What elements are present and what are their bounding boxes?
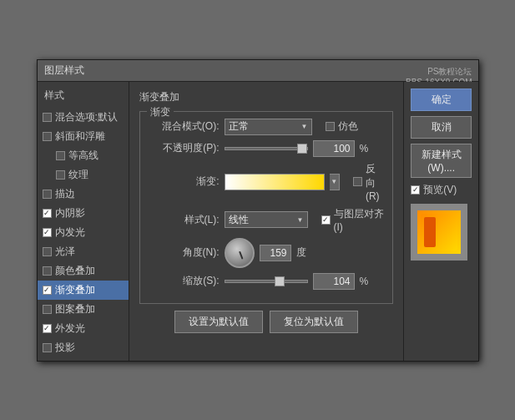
sidebar-title: 样式 bbox=[38, 85, 129, 108]
preview-icon bbox=[417, 210, 461, 254]
sidebar-label-pattern-overlay: 图案叠加 bbox=[55, 302, 95, 316]
blend-mode-row: 混合模式(O): 正常 ▼ 仿色 bbox=[149, 119, 385, 135]
checkbox-drop-shadow[interactable] bbox=[43, 343, 52, 352]
reset-default-button[interactable]: 复位为默认值 bbox=[270, 311, 358, 333]
sidebar-item-pattern-overlay[interactable]: 图案叠加 bbox=[38, 300, 129, 319]
gradient-dropdown-btn[interactable]: ▼ bbox=[330, 174, 340, 190]
style-label: 样式(L): bbox=[149, 213, 220, 227]
checkbox-align[interactable] bbox=[321, 215, 331, 225]
sidebar-label-outer-glow: 外发光 bbox=[55, 321, 85, 336]
checkbox-simulate[interactable] bbox=[326, 122, 335, 131]
checkbox-preview[interactable] bbox=[411, 185, 420, 195]
opacity-input[interactable]: 100 bbox=[313, 140, 355, 157]
angle-dial[interactable] bbox=[225, 238, 255, 268]
checkbox-gradient-overlay[interactable] bbox=[43, 286, 52, 295]
preview-label: 预览(V) bbox=[423, 183, 457, 197]
sidebar-label-contour: 等高线 bbox=[68, 149, 98, 163]
dialog-body: 样式 混合选项:默认 斜面和浮雕 等高线 bbox=[38, 82, 478, 361]
cancel-button[interactable]: 取消 bbox=[411, 116, 472, 139]
checkbox-inner-shadow[interactable] bbox=[43, 209, 52, 218]
sidebar-label-drop-shadow: 投影 bbox=[55, 341, 75, 355]
group-label: 渐变 bbox=[147, 105, 174, 119]
sidebar-item-gradient-overlay[interactable]: 渐变叠加 bbox=[38, 281, 129, 300]
gradient-picker[interactable] bbox=[225, 174, 325, 190]
preview-svg bbox=[419, 212, 459, 252]
angle-row: 角度(N): 度 bbox=[149, 238, 385, 268]
opacity-label: 不透明度(P): bbox=[149, 141, 220, 155]
opacity-slider-container bbox=[225, 147, 308, 150]
angle-label: 角度(N): bbox=[149, 245, 220, 260]
sidebar-item-inner-shadow[interactable]: 内阴影 bbox=[38, 204, 129, 223]
simulate-label: 仿色 bbox=[338, 119, 358, 134]
angle-input[interactable] bbox=[260, 245, 291, 261]
sidebar-label-satin: 光泽 bbox=[55, 245, 75, 259]
sidebar-item-texture[interactable]: 纹理 bbox=[38, 165, 129, 185]
blend-mode-value: 正常 bbox=[229, 119, 249, 134]
style-value: 线性 bbox=[229, 213, 249, 227]
sidebar-label-inner-shadow: 内阴影 bbox=[55, 206, 85, 220]
checkbox-bevel[interactable] bbox=[43, 132, 52, 141]
style-arrow: ▼ bbox=[297, 216, 304, 224]
sidebar-item-color-overlay[interactable]: 颜色叠加 bbox=[38, 261, 129, 281]
checkbox-inner-glow[interactable] bbox=[43, 228, 52, 237]
checkbox-pattern-overlay[interactable] bbox=[43, 305, 52, 314]
sidebar-item-outer-glow[interactable]: 外发光 bbox=[38, 319, 129, 338]
sidebar-item-stroke[interactable]: 描边 bbox=[38, 185, 129, 204]
reverse-label: 反向(R) bbox=[366, 162, 384, 202]
checkbox-contour[interactable] bbox=[56, 151, 65, 160]
section-title: 渐变叠加 bbox=[139, 90, 394, 104]
checkbox-stroke[interactable] bbox=[43, 190, 52, 199]
opacity-slider[interactable] bbox=[225, 147, 308, 150]
checkbox-texture[interactable] bbox=[56, 170, 65, 180]
preview-checkbox[interactable]: 预览(V) bbox=[411, 183, 472, 197]
scale-label: 缩放(S): bbox=[149, 274, 220, 288]
style-row: 样式(L): 线性 ▼ 与图层对齐(I) bbox=[149, 207, 385, 233]
scale-slider[interactable] bbox=[225, 280, 308, 283]
right-panel: 确定 取消 新建样式(W).... 预览(V) bbox=[403, 82, 478, 361]
ok-button[interactable]: 确定 bbox=[411, 89, 472, 111]
bottom-buttons: 设置为默认值 复位为默认值 bbox=[139, 311, 394, 333]
opacity-row: 不透明度(P): 100 % bbox=[149, 140, 385, 157]
sidebar-item-inner-glow[interactable]: 内发光 bbox=[38, 223, 129, 242]
sidebar-item-blending[interactable]: 混合选项:默认 bbox=[38, 108, 129, 127]
style-select[interactable]: 线性 ▼ bbox=[225, 211, 308, 228]
scale-unit: % bbox=[360, 276, 369, 287]
blend-mode-arrow: ▼ bbox=[301, 123, 308, 130]
checkbox-outer-glow[interactable] bbox=[43, 324, 52, 333]
sidebar-label-bevel: 斜面和浮雕 bbox=[55, 129, 105, 144]
sidebar-item-satin[interactable]: 光泽 bbox=[38, 242, 129, 261]
sidebar-item-drop-shadow[interactable]: 投影 bbox=[38, 338, 129, 357]
gradient-group: 渐变 混合模式(O): 正常 ▼ 仿色 bbox=[139, 111, 394, 304]
dial-indicator bbox=[239, 250, 243, 259]
set-default-button[interactable]: 设置为默认值 bbox=[174, 311, 263, 333]
svg-rect-1 bbox=[424, 217, 436, 247]
sidebar-label-inner-glow: 内发光 bbox=[55, 225, 85, 240]
sidebar-item-bevel[interactable]: 斜面和浮雕 bbox=[38, 127, 129, 146]
sidebar-label-stroke: 描边 bbox=[55, 187, 75, 201]
layer-style-dialog: 图层样式 样式 混合选项:默认 斜面和浮雕 等高线 bbox=[37, 59, 479, 362]
preview-box bbox=[411, 204, 467, 261]
gradient-label: 渐变: bbox=[149, 175, 220, 189]
checkbox-color-overlay[interactable] bbox=[43, 266, 52, 276]
angle-unit: 度 bbox=[296, 245, 306, 260]
checkbox-satin[interactable] bbox=[43, 247, 52, 256]
scale-slider-container bbox=[225, 280, 308, 283]
gradient-row: 渐变: ▼ 反向(R) bbox=[149, 162, 385, 202]
scale-row: 缩放(S): % bbox=[149, 273, 385, 290]
sidebar-label-gradient-overlay: 渐变叠加 bbox=[55, 283, 95, 297]
sidebar-item-contour[interactable]: 等高线 bbox=[38, 146, 129, 165]
checkbox-blending[interactable] bbox=[43, 113, 52, 122]
checkbox-reverse[interactable] bbox=[353, 177, 362, 186]
sidebar-label-texture: 纹理 bbox=[68, 168, 88, 182]
main-content: 渐变叠加 渐变 混合模式(O): 正常 ▼ 仿色 bbox=[129, 82, 404, 361]
blend-mode-label: 混合模式(O): bbox=[149, 119, 220, 134]
sidebar-label-blending: 混合选项:默认 bbox=[55, 110, 118, 124]
new-style-button[interactable]: 新建样式(W).... bbox=[411, 144, 472, 178]
sidebar: 样式 混合选项:默认 斜面和浮雕 等高线 bbox=[38, 82, 129, 361]
scale-input[interactable] bbox=[313, 273, 355, 290]
sidebar-label-color-overlay: 颜色叠加 bbox=[55, 264, 95, 278]
dialog-title: 图层样式 bbox=[44, 63, 84, 78]
align-label: 与图层对齐(I) bbox=[334, 207, 385, 233]
opacity-unit: % bbox=[360, 143, 369, 154]
blend-mode-select[interactable]: 正常 ▼ bbox=[225, 119, 312, 135]
